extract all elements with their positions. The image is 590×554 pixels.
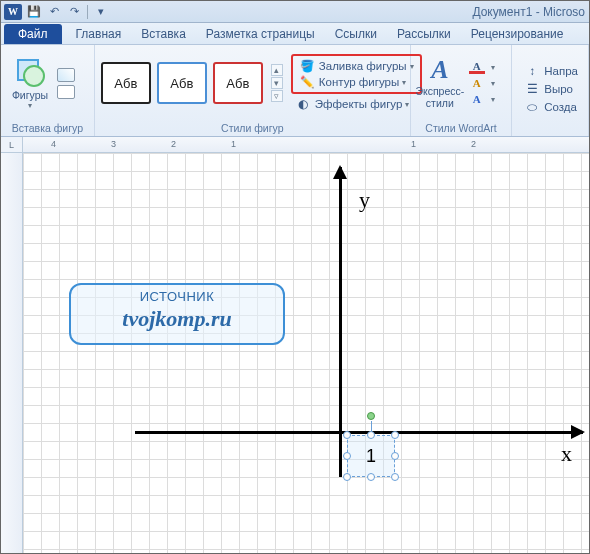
text-effects-icon: A	[469, 92, 485, 106]
fill-icon: 🪣	[299, 59, 315, 73]
express-styles-button[interactable]: А Экспресс- стили	[417, 55, 463, 111]
wordart-options: A▾ A▾ A▾	[469, 60, 495, 106]
resize-handle-tm[interactable]	[367, 431, 375, 439]
watermark-caption: ИСТОЧНИК	[71, 289, 283, 304]
x-axis-label[interactable]: x	[561, 441, 572, 467]
direction-label: Напра	[544, 65, 578, 77]
shapes-label: Фигуры	[12, 89, 48, 101]
tab-insert[interactable]: Вставка	[131, 24, 196, 44]
text-fill-button[interactable]: A▾	[469, 60, 495, 74]
resize-handle-tl[interactable]	[343, 431, 351, 439]
resize-handle-bl[interactable]	[343, 473, 351, 481]
ruler-tick: 1	[231, 139, 236, 149]
text-effects-button[interactable]: A▾	[469, 92, 495, 106]
text-fill-icon: A	[469, 60, 485, 74]
resize-handle-ml[interactable]	[343, 452, 351, 460]
qat-customize-button[interactable]: ▾	[92, 3, 110, 21]
ribbon-tabs: Файл Главная Вставка Разметка страницы С…	[1, 23, 589, 45]
resize-handle-tr[interactable]	[391, 431, 399, 439]
tab-home[interactable]: Главная	[66, 24, 132, 44]
rotate-handle[interactable]	[367, 412, 375, 420]
x-axis-shape[interactable]	[135, 431, 583, 434]
vertical-ruler[interactable]	[1, 153, 23, 553]
style-sample-1[interactable]: Абв	[101, 62, 151, 104]
resize-handle-br[interactable]	[391, 473, 399, 481]
style-sample-2[interactable]: Абв	[157, 62, 207, 104]
text-outline-button[interactable]: A▾	[469, 76, 495, 90]
group-label-text	[512, 133, 588, 136]
qat-separator	[87, 5, 88, 19]
group-label-wordart: Стили WordArt	[411, 121, 511, 136]
create-link-button[interactable]: ⬭Созда	[520, 99, 582, 115]
effects-icon: ◐	[295, 97, 311, 111]
group-wordart-styles: А Экспресс- стили A▾ A▾ A▾ Стили WordArt	[411, 45, 512, 136]
shape-fill-button[interactable]: 🪣 Заливка фигуры▾	[295, 58, 418, 74]
ruler-tick: 2	[471, 139, 476, 149]
shapes-icon	[15, 57, 45, 87]
shape-edit-column	[57, 68, 75, 99]
resize-handle-bm[interactable]	[367, 473, 375, 481]
save-button[interactable]: 💾	[25, 3, 43, 21]
style-sample-3[interactable]: Абв	[213, 62, 263, 104]
ribbon: Фигуры ▾ Вставка фигур Абв Абв Абв ▴▾▿ 🪣	[1, 45, 589, 137]
shape-outline-label: Контур фигуры	[319, 76, 399, 88]
align-label: Выро	[544, 83, 573, 95]
window-title: Документ1 - Microso	[472, 5, 585, 19]
express-styles-label: Экспресс- стили	[415, 85, 464, 109]
text-box-icon[interactable]	[57, 85, 75, 99]
shape-outline-button[interactable]: ✏️ Контур фигуры▾	[295, 74, 418, 90]
horizontal-ruler[interactable]: 4 3 2 1 1 2	[23, 137, 589, 153]
undo-button[interactable]: ↶	[45, 3, 63, 21]
tab-page-layout[interactable]: Разметка страницы	[196, 24, 325, 44]
style-gallery: Абв Абв Абв ▴▾▿	[101, 62, 283, 104]
create-label: Созда	[544, 101, 577, 113]
align-icon: ☰	[524, 82, 540, 96]
group-insert-shapes: Фигуры ▾ Вставка фигур	[1, 45, 95, 136]
tab-references[interactable]: Ссылки	[325, 24, 387, 44]
word-app-icon: W	[4, 4, 22, 20]
watermark-callout: ИСТОЧНИК tvojkomp.ru	[69, 283, 285, 345]
ruler-tick: 1	[411, 139, 416, 149]
quick-access-toolbar: 💾 ↶ ↷ ▾	[25, 3, 110, 21]
shapes-button[interactable]: Фигуры ▾	[7, 55, 53, 112]
outline-icon: ✏️	[299, 75, 315, 89]
wordart-icon: А	[431, 57, 448, 83]
watermark-url: tvojkomp.ru	[71, 306, 283, 332]
shape-effects-label: Эффекты фигур	[315, 98, 403, 110]
tab-review[interactable]: Рецензирование	[461, 24, 574, 44]
y-axis-label[interactable]: y	[359, 187, 370, 213]
group-shape-styles: Абв Абв Абв ▴▾▿ 🪣 Заливка фигуры▾ ✏️ Кон…	[95, 45, 411, 136]
file-tab[interactable]: Файл	[4, 24, 62, 44]
ruler-tick: 4	[51, 139, 56, 149]
ruler-tick: 3	[111, 139, 116, 149]
text-outline-icon: A	[469, 76, 485, 90]
shape-effects-button[interactable]: ◐ Эффекты фигур▾	[291, 96, 422, 112]
text-direction-button[interactable]: ↕Напра	[520, 63, 582, 79]
ruler-tick: 2	[171, 139, 176, 149]
shape-fill-label: Заливка фигуры	[319, 60, 407, 72]
textbox-text: 1	[366, 446, 376, 467]
style-gallery-scroll[interactable]: ▴▾▿	[271, 62, 283, 104]
group-text-partial: ↕Напра ☰Выро ⬭Созда	[512, 45, 589, 136]
title-bar: W 💾 ↶ ↷ ▾ Документ1 - Microso	[1, 1, 589, 23]
document-canvas[interactable]: y x ИСТОЧНИК tvojkomp.ru 1	[23, 153, 589, 553]
annotation-highlight: 🪣 Заливка фигуры▾ ✏️ Контур фигуры▾	[291, 54, 422, 94]
resize-handle-mr[interactable]	[391, 452, 399, 460]
ruler-corner[interactable]: L	[1, 137, 23, 153]
direction-icon: ↕	[524, 64, 540, 78]
selected-textbox[interactable]: 1	[347, 435, 395, 477]
group-label-insert: Вставка фигур	[1, 121, 94, 136]
redo-button[interactable]: ↷	[65, 3, 83, 21]
edit-shape-icon[interactable]	[57, 68, 75, 82]
link-icon: ⬭	[524, 100, 540, 114]
group-label-styles: Стили фигур	[95, 121, 410, 136]
tab-mailings[interactable]: Рассылки	[387, 24, 461, 44]
align-text-button[interactable]: ☰Выро	[520, 81, 582, 97]
